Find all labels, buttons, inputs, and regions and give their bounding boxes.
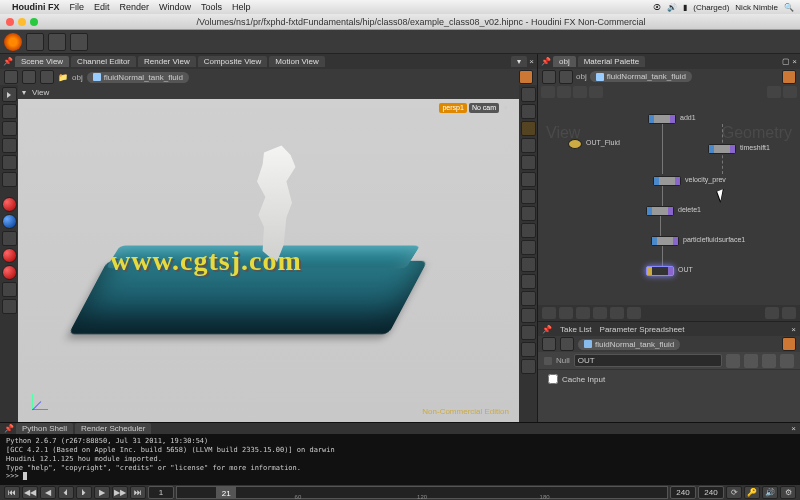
play-back-button[interactable]: ◀	[40, 486, 56, 499]
python-shell-output[interactable]: Python 2.6.7 (r267:88850, Jul 31 2011, 1…	[0, 434, 800, 484]
net-options-button[interactable]	[783, 86, 797, 98]
play-forward-button[interactable]: ▶	[94, 486, 110, 499]
handle-tool-button[interactable]	[2, 172, 17, 187]
params-pin-button[interactable]	[782, 337, 796, 351]
net-path-obj[interactable]: obj	[576, 72, 587, 81]
pane-anchor-icon[interactable]: 📌	[542, 325, 552, 334]
menu-edit[interactable]: Edit	[94, 2, 110, 12]
viewport-select-mode-icon[interactable]: ▾	[22, 88, 26, 97]
wireframe-button[interactable]	[521, 138, 536, 153]
net-align-button[interactable]	[557, 86, 571, 98]
net-path-leaf[interactable]: fluidNormal_tank_fluid	[590, 71, 692, 82]
pane-menu-button[interactable]: ▾	[511, 56, 527, 67]
lighting-button[interactable]	[521, 121, 536, 136]
viewport-camera-badge[interactable]: persp1 No cam ▾	[439, 103, 511, 113]
net-opts-button[interactable]	[782, 307, 796, 319]
menu-help[interactable]: Help	[232, 2, 251, 12]
viewport-opts-button[interactable]	[521, 257, 536, 272]
net-find-button[interactable]	[589, 86, 603, 98]
path-leaf[interactable]: fluidNormal_tank_fluid	[87, 72, 189, 83]
cache-input-checkbox[interactable]: Cache Input	[548, 374, 605, 384]
tab-render-view[interactable]: Render View	[138, 56, 196, 67]
menu-render[interactable]: Render	[120, 2, 150, 12]
pane-anchor-icon[interactable]: 📌	[4, 424, 14, 433]
volume-icon[interactable]: 🔊	[667, 3, 677, 12]
viewport-misc-b-button[interactable]	[521, 359, 536, 374]
network-view[interactable]: View Geometry add1 OUT_Fluid timeshift1 …	[538, 84, 800, 322]
scale-tool-button[interactable]	[2, 155, 17, 170]
help-icon[interactable]	[744, 354, 758, 368]
pane-maximize-icon[interactable]: ▢	[782, 57, 790, 66]
node-particlefluidsurface1[interactable]	[651, 236, 679, 246]
menu-file[interactable]: File	[70, 2, 85, 12]
path-up-button[interactable]	[40, 70, 54, 84]
translate-tool-button[interactable]	[2, 121, 17, 136]
open-file-button[interactable]	[48, 33, 66, 51]
tab-param-spreadsheet[interactable]: Parameter Spreadsheet	[600, 325, 685, 334]
snapshot-button[interactable]	[2, 214, 17, 229]
material-palette-tab[interactable]: Material Palette	[578, 56, 646, 67]
display-options-button[interactable]	[521, 87, 536, 102]
play-step-back-button[interactable]: ⏴	[58, 486, 74, 499]
gear-icon[interactable]	[726, 354, 740, 368]
hull-button[interactable]	[521, 240, 536, 255]
tab-render-scheduler[interactable]: Render Scheduler	[75, 423, 151, 434]
pane-close-icon[interactable]: ×	[529, 57, 534, 66]
pane-close-icon[interactable]: ×	[792, 57, 797, 66]
play-first-button[interactable]: ⏮	[4, 486, 20, 499]
node-out[interactable]	[646, 266, 674, 276]
audio-icon[interactable]: 🔊	[762, 486, 778, 499]
misc-tool-button[interactable]	[2, 299, 17, 314]
net-list-button[interactable]	[610, 307, 624, 319]
net-minimap-button[interactable]	[765, 307, 779, 319]
rotate-tool-button[interactable]	[2, 138, 17, 153]
play-last-button[interactable]: ⏭	[130, 486, 146, 499]
shell-close-icon[interactable]: ×	[791, 424, 796, 433]
pane-anchor-icon[interactable]: 📌	[541, 57, 551, 66]
camera-lock-button[interactable]	[521, 308, 536, 323]
play-prev-key-button[interactable]: ◀◀	[22, 486, 38, 499]
net-collapse-button[interactable]	[542, 307, 556, 319]
net-path-fwd-button[interactable]	[559, 70, 573, 84]
viewport[interactable]: ▾ View persp1 No cam ▾ www.cgtsj.com Non…	[18, 85, 519, 422]
normals-button[interactable]	[521, 189, 536, 204]
shader-ball-b-button[interactable]	[2, 265, 17, 280]
viewport-color-button[interactable]	[521, 274, 536, 289]
params-node-pill[interactable]: fluidNormal_tank_fluid	[578, 339, 680, 350]
path-root-icon[interactable]: 📁	[58, 73, 68, 82]
viewport-bg-button[interactable]	[521, 291, 536, 306]
net-sticky-button[interactable]	[593, 307, 607, 319]
battery-icon[interactable]: ▮	[683, 3, 687, 12]
lasso-tool-button[interactable]	[2, 104, 17, 119]
key-icon[interactable]: 🔑	[744, 486, 760, 499]
wifi-icon[interactable]: ⦿	[653, 3, 661, 12]
net-path-back-button[interactable]	[542, 70, 556, 84]
cache-input-check[interactable]	[548, 374, 558, 384]
net-dependency-button[interactable]	[767, 86, 781, 98]
camera-dropdown-icon[interactable]: ▾	[501, 103, 511, 113]
range-start-input[interactable]: 1	[148, 486, 174, 499]
net-frame-button[interactable]	[576, 307, 590, 319]
viewport-misc-a-button[interactable]	[521, 342, 536, 357]
select-tool-button[interactable]	[2, 87, 17, 102]
play-step-fwd-button[interactable]: ⏵	[76, 486, 92, 499]
tab-channel-editor[interactable]: Channel Editor	[71, 56, 136, 67]
menu-tools[interactable]: Tools	[201, 2, 222, 12]
current-frame-marker[interactable]: 21	[216, 487, 236, 498]
net-zoom-fit-button[interactable]	[573, 86, 587, 98]
render-region-button[interactable]	[2, 197, 17, 212]
params-path-fwd-button[interactable]	[560, 337, 574, 351]
node-timeshift1[interactable]	[708, 144, 736, 154]
save-file-button[interactable]	[70, 33, 88, 51]
tab-scene-view[interactable]: Scene View	[15, 56, 69, 67]
houdini-logo-icon[interactable]	[4, 33, 22, 51]
path-seg-obj[interactable]: obj	[72, 73, 83, 82]
inspect-button[interactable]	[2, 231, 17, 246]
tab-take-list[interactable]: Take List	[560, 325, 592, 334]
net-pin-button[interactable]	[782, 70, 796, 84]
info-icon[interactable]	[762, 354, 776, 368]
prims-button[interactable]	[521, 223, 536, 238]
points-button[interactable]	[521, 206, 536, 221]
shader-ball-a-button[interactable]	[2, 248, 17, 263]
minimize-icon[interactable]	[18, 18, 26, 26]
